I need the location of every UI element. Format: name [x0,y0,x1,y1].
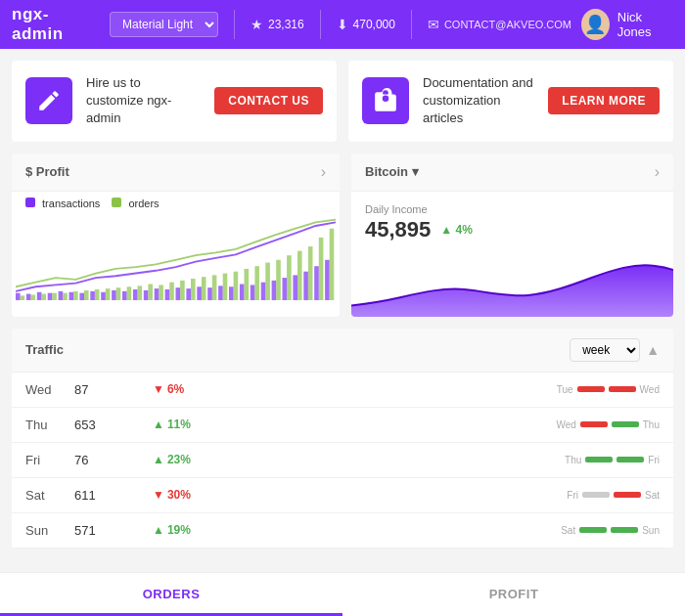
download-count: 470,000 [353,18,395,31]
svg-rect-15 [95,289,100,300]
period-select[interactable]: week month [570,338,640,362]
svg-rect-48 [272,280,277,299]
tab-orders[interactable]: ORDERS [0,573,342,616]
pct-value: 19% [167,523,191,537]
spark-label-right: Thu [643,419,660,430]
daily-pct: ▲ 4% [440,223,473,237]
promo-text-docs: Documentation and customization articles [423,74,534,128]
spark-label-left: Fri [567,490,578,501]
svg-rect-0 [16,292,21,299]
profit-title: $ Profit [25,164,69,179]
avatar[interactable]: 👤 [581,9,610,40]
learn-more-button[interactable]: LEARN MORE [548,87,660,114]
traffic-sparkline: Fri Sat [567,490,660,501]
star-count: 23,316 [268,18,304,31]
traffic-row: Thu 653 ▲ 11% Wed Thu [12,408,673,443]
svg-rect-12 [79,292,84,299]
traffic-value: 76 [74,453,153,467]
traffic-pct: ▼ 30% [153,488,231,502]
promo-icon-edit [25,77,72,124]
email-stat: ✉ CONTACT@AKVEO.COM [428,17,571,32]
bitcoin-header: Bitcoin ▾ › [351,154,673,192]
svg-rect-43 [244,269,249,300]
svg-rect-24 [144,289,149,299]
svg-rect-59 [330,228,335,299]
pct-value: 6% [167,382,184,396]
svg-rect-23 [137,286,142,300]
download-stat: ⬇ 470,000 [337,17,395,32]
spark-bar-right [611,527,638,533]
traffic-rows: Wed 87 ▼ 6% Tue Wed Thu 653 ▲ 11% Wed [12,373,673,549]
svg-rect-53 [297,250,302,299]
profit-chart: (function(){ var svg = document.querySel… [12,215,340,308]
theme-select[interactable]: Material Light Dark [110,12,218,37]
svg-rect-6 [48,292,53,299]
traffic-header: Traffic week month ▲ [12,329,673,373]
daily-income-label: Daily Income [365,203,660,215]
svg-rect-8 [59,290,64,299]
spark-bar-left [580,421,608,427]
header-separator-1 [234,10,235,39]
svg-rect-50 [283,278,288,300]
traffic-value: 87 [74,382,153,397]
svg-rect-47 [265,262,270,299]
app-header: ngx-admin Material Light Dark ★ 23,316 ⬇… [0,0,685,49]
svg-rect-13 [84,289,89,299]
bitcoin-arrow[interactable]: › [655,163,660,181]
profit-svg [16,215,336,300]
svg-rect-35 [202,277,206,300]
svg-rect-10 [69,291,74,299]
pct-arrow: ▲ [153,453,164,466]
spark-label-left: Sat [561,525,575,536]
promo-row: Hire us to customize ngx-admin CONTACT U… [12,61,673,142]
svg-rect-17 [106,288,111,300]
main-row: $ Profit › transactions orders [12,154,673,317]
contact-us-button[interactable]: CONTACT US [214,87,323,114]
traffic-day: Sun [25,523,74,538]
traffic-pct: ▲ 11% [153,418,231,431]
collapse-icon[interactable]: ▲ [646,342,660,358]
tab-profit[interactable]: PROFIT [342,573,685,616]
svg-rect-55 [308,246,313,300]
bitcoin-card: Bitcoin ▾ › Daily Income 45,895 ▲ 4% [351,154,673,317]
svg-rect-57 [319,237,324,299]
pct-arrow: ▼ [153,488,164,502]
promo-card-docs: Documentation and customization articles… [348,61,673,142]
svg-rect-30 [176,287,181,300]
svg-rect-58 [325,259,330,299]
svg-rect-56 [314,266,319,300]
traffic-day: Thu [25,418,74,432]
header-right: 👤 Nick Jones [581,9,673,40]
traffic-day: Wed [25,382,74,397]
bitcoin-body: Daily Income 45,895 ▲ 4% [351,192,673,242]
spark-bar-right [614,492,641,498]
svg-rect-5 [41,293,46,299]
spark-label-right: Sun [642,525,660,536]
svg-rect-22 [133,289,138,300]
svg-rect-1 [21,295,25,300]
svg-rect-9 [63,292,68,299]
traffic-title: Traffic [25,342,64,357]
spark-label-left: Wed [556,419,575,430]
svg-rect-42 [240,284,245,299]
profit-arrow[interactable]: › [321,163,326,181]
pct-value: 23% [167,453,191,466]
daily-income-value: 45,895 [365,217,431,242]
svg-rect-25 [148,284,153,299]
svg-rect-49 [276,259,281,299]
bitcoin-chart [351,248,673,317]
legend-dot-transactions [25,198,35,207]
svg-rect-7 [52,292,57,299]
svg-rect-20 [122,290,127,299]
star-stat: ★ 23,316 [251,17,304,32]
svg-rect-37 [212,275,217,300]
svg-rect-34 [197,286,202,300]
chart-legend: transactions orders [12,192,340,215]
bitcoin-dropdown[interactable]: Bitcoin ▾ [365,164,419,179]
svg-rect-2 [26,293,31,299]
traffic-value: 611 [74,488,153,503]
main-content: Hire us to customize ngx-admin CONTACT U… [0,49,685,572]
svg-rect-45 [254,266,259,300]
traffic-sparkline: Thu Fri [565,455,660,465]
svg-rect-54 [303,271,308,299]
